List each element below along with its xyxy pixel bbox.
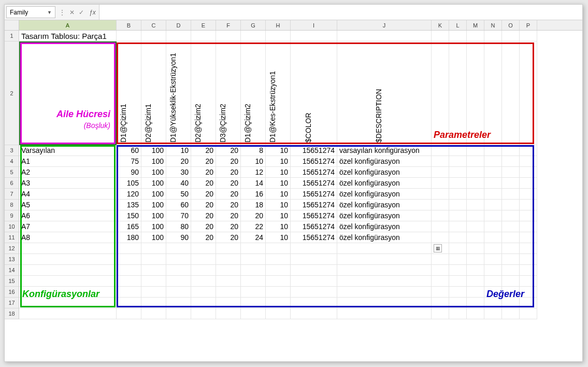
row-header-18[interactable]: 18 [5,308,19,319]
cell-A12[interactable] [19,243,117,254]
cell-E16[interactable] [191,287,216,298]
cell-L17[interactable] [449,298,467,308]
column-header-G[interactable]: G [241,20,266,30]
cell-K9[interactable] [432,210,449,221]
row-header-2[interactable]: 2 [5,41,19,145]
cell-B12[interactable] [117,243,141,254]
cell-I13[interactable] [291,254,337,265]
cell-G5[interactable]: 12 [241,167,266,178]
cell-P18[interactable] [520,308,537,319]
cell-N16[interactable] [484,287,502,298]
cell-D10[interactable]: 80 [166,221,191,232]
cell-B8[interactable]: 135 [117,200,141,210]
cell-N10[interactable] [484,221,502,232]
cell-C9[interactable]: 100 [141,210,166,221]
column-header-F[interactable]: F [216,20,241,30]
column-header-I[interactable]: I [291,20,337,30]
cell-I8[interactable]: 15651274 [291,200,337,210]
cell-B15[interactable] [117,276,141,287]
cell-P16[interactable] [520,287,537,298]
cell-H5[interactable]: 10 [266,167,291,178]
cell-I18[interactable] [291,308,337,319]
row-header-16[interactable]: 16 [5,287,19,298]
cell-B18[interactable] [117,308,141,319]
cell-F17[interactable] [216,298,241,308]
cell-C5[interactable]: 100 [141,167,166,178]
cell-E2[interactable]: D2@Çizim2 [191,41,216,145]
cell-J17[interactable] [337,298,432,308]
cell-C15[interactable] [141,276,166,287]
cell-P8[interactable] [520,200,537,210]
cell-G14[interactable] [241,265,266,276]
cell-C2[interactable]: D2@Çizim1 [141,41,166,145]
column-header-N[interactable]: N [484,20,502,30]
cell-D3[interactable]: 10 [166,145,191,156]
cell-E4[interactable]: 20 [191,156,216,167]
cell-G2[interactable]: D1@Çizim2 [241,41,266,145]
column-header-D[interactable]: D [166,20,191,30]
cell-D13[interactable] [166,254,191,265]
cell-O1[interactable] [502,31,520,41]
cell-F5[interactable]: 20 [216,167,241,178]
cell-M11[interactable] [467,232,484,243]
cell-K18[interactable] [432,308,449,319]
cell-N7[interactable] [484,189,502,200]
cell-I4[interactable]: 15651274 [291,156,337,167]
name-box-dropdown-icon[interactable]: ▼ [47,10,52,15]
cell-O7[interactable] [502,189,520,200]
cell-K7[interactable] [432,189,449,200]
cell-O15[interactable] [502,276,520,287]
cell-P11[interactable] [520,232,537,243]
cell-C3[interactable]: 100 [141,145,166,156]
cell-N5[interactable] [484,167,502,178]
cell-J12[interactable] [337,243,432,254]
cell-G13[interactable] [241,254,266,265]
cell-I10[interactable]: 15651274 [291,221,337,232]
cell-K6[interactable] [432,178,449,189]
cell-J11[interactable]: özel konfigürasyon [337,232,432,243]
cell-B7[interactable]: 120 [117,189,141,200]
cell-M8[interactable] [467,200,484,210]
cell-H7[interactable]: 10 [266,189,291,200]
cell-P15[interactable] [520,276,537,287]
cell-P9[interactable] [520,210,537,221]
cell-P12[interactable] [520,243,537,254]
cell-I2[interactable]: $COLOR [291,41,337,145]
cell-A16[interactable] [19,287,117,298]
column-header-L[interactable]: L [449,20,467,30]
cell-O5[interactable] [502,167,520,178]
cell-O2[interactable] [502,41,520,145]
cell-M9[interactable] [467,210,484,221]
cell-F1[interactable] [216,31,241,41]
cell-L8[interactable] [449,200,467,210]
row-header-15[interactable]: 15 [5,276,19,287]
cell-J16[interactable] [337,287,432,298]
cell-I16[interactable] [291,287,337,298]
cell-E12[interactable] [191,243,216,254]
cell-P3[interactable] [520,145,537,156]
cell-O3[interactable] [502,145,520,156]
cell-A13[interactable] [19,254,117,265]
cell-H8[interactable]: 10 [266,200,291,210]
cell-L16[interactable] [449,287,467,298]
cell-N13[interactable] [484,254,502,265]
cell-G16[interactable] [241,287,266,298]
cell-A3[interactable]: Varsayılan [19,145,117,156]
cell-L18[interactable] [449,308,467,319]
cell-F18[interactable] [216,308,241,319]
cell-C14[interactable] [141,265,166,276]
cell-I14[interactable] [291,265,337,276]
cell-C16[interactable] [141,287,166,298]
row-header-1[interactable]: 1 [5,31,19,41]
spreadsheet-grid[interactable]: 1 Tasarım Tablosu: Parça1 2 D1@Çizim1D2@… [5,31,582,319]
cell-L11[interactable] [449,232,467,243]
cell-B9[interactable]: 150 [117,210,141,221]
cell-E8[interactable]: 20 [191,200,216,210]
cell-A14[interactable] [19,265,117,276]
cell-F2[interactable]: D3@Çizim2 [216,41,241,145]
cell-I3[interactable]: 15651274 [291,145,337,156]
cell-N15[interactable] [484,276,502,287]
cell-O9[interactable] [502,210,520,221]
cell-G15[interactable] [241,276,266,287]
cell-C12[interactable] [141,243,166,254]
